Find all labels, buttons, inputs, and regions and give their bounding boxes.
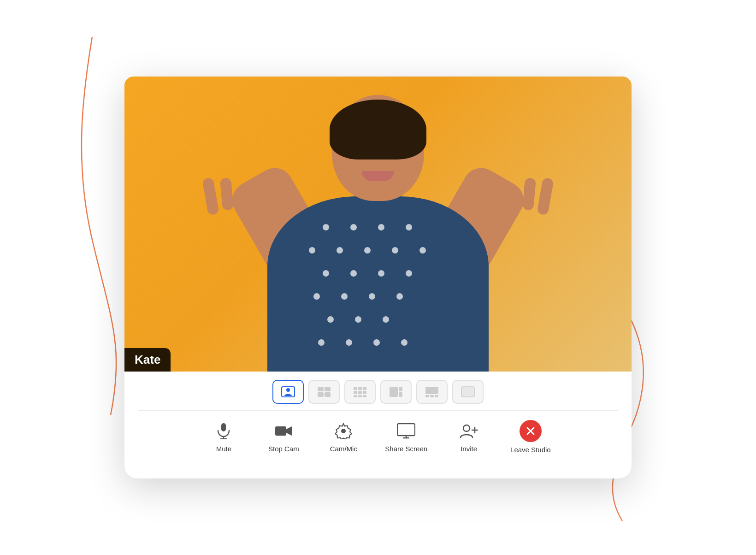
- video-feed: Kate: [124, 77, 632, 372]
- svg-rect-21: [435, 395, 438, 397]
- share-screen-button[interactable]: Share Screen: [385, 421, 427, 453]
- head: [332, 95, 424, 201]
- svg-rect-18: [425, 387, 438, 394]
- svg-rect-12: [354, 395, 357, 397]
- participant-video: [217, 86, 539, 372]
- app-window: Kate: [124, 77, 632, 478]
- svg-rect-11: [363, 391, 366, 394]
- svg-rect-3: [325, 387, 331, 391]
- mute-button[interactable]: Mute: [205, 421, 242, 453]
- layout-single-icon: [281, 386, 295, 398]
- layout-selector-bar: [124, 372, 632, 410]
- mute-icon: [213, 421, 234, 441]
- video-background: [124, 77, 632, 372]
- svg-rect-19: [425, 395, 429, 397]
- participant-name-text: Kate: [135, 353, 160, 366]
- leave-icon: [520, 420, 542, 442]
- cam-mic-button[interactable]: Cam/Mic: [325, 421, 362, 453]
- svg-rect-10: [358, 391, 362, 394]
- stop-cam-button[interactable]: Stop Cam: [265, 421, 302, 453]
- layout-grid4-icon: [353, 386, 367, 398]
- invite-label: Invite: [461, 445, 477, 453]
- svg-rect-20: [430, 395, 434, 397]
- hair: [330, 100, 426, 159]
- settings-icon: [333, 421, 354, 441]
- cam-mic-label: Cam/Mic: [330, 445, 357, 453]
- svg-rect-6: [354, 387, 357, 390]
- control-bar: Mute Stop Cam Cam/Mic: [124, 411, 632, 465]
- leave-studio-label: Leave Studio: [510, 446, 551, 454]
- stop-cam-label: Stop Cam: [268, 445, 299, 453]
- mouth: [362, 171, 394, 181]
- layout-btn-grid4[interactable]: [344, 380, 376, 404]
- svg-rect-28: [397, 424, 415, 436]
- svg-rect-15: [390, 387, 398, 397]
- svg-point-31: [463, 425, 470, 431]
- body: [267, 196, 489, 372]
- svg-rect-22: [461, 387, 474, 397]
- layout-btn-blank[interactable]: [452, 380, 484, 404]
- camera-icon: [273, 421, 294, 441]
- mute-label: Mute: [216, 445, 231, 453]
- svg-rect-5: [325, 392, 331, 397]
- svg-rect-14: [363, 395, 366, 397]
- svg-rect-26: [275, 426, 286, 436]
- leave-studio-button[interactable]: Leave Studio: [510, 420, 551, 454]
- layout-grid2-icon: [317, 386, 331, 398]
- svg-rect-9: [354, 391, 357, 394]
- layout-spotlight-icon: [425, 386, 439, 398]
- svg-rect-13: [358, 395, 362, 397]
- layout-btn-grid2[interactable]: [308, 380, 340, 404]
- svg-rect-2: [318, 387, 324, 391]
- svg-rect-16: [399, 387, 402, 391]
- svg-rect-17: [399, 392, 402, 397]
- svg-rect-8: [363, 387, 366, 390]
- svg-point-1: [286, 388, 290, 392]
- share-screen-icon: [396, 421, 416, 441]
- layout-btn-sidebar[interactable]: [380, 380, 412, 404]
- svg-rect-7: [358, 387, 362, 390]
- share-screen-label: Share Screen: [385, 445, 427, 453]
- layout-blank-icon: [461, 386, 475, 398]
- layout-sidebar-icon: [389, 386, 403, 398]
- participant-name-badge: Kate: [124, 348, 171, 372]
- layout-btn-spotlight[interactable]: [416, 380, 448, 404]
- svg-point-27: [341, 429, 346, 433]
- svg-rect-4: [318, 392, 324, 397]
- invite-icon: [459, 421, 479, 441]
- invite-button[interactable]: Invite: [450, 421, 487, 453]
- svg-rect-23: [221, 423, 226, 431]
- layout-btn-single[interactable]: [272, 380, 304, 404]
